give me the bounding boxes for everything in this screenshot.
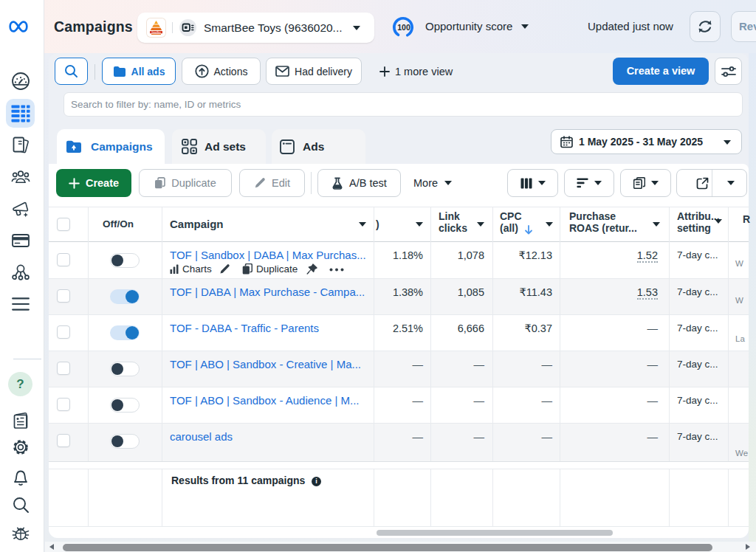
svg-text:SmartBee: SmartBee (151, 31, 161, 34)
